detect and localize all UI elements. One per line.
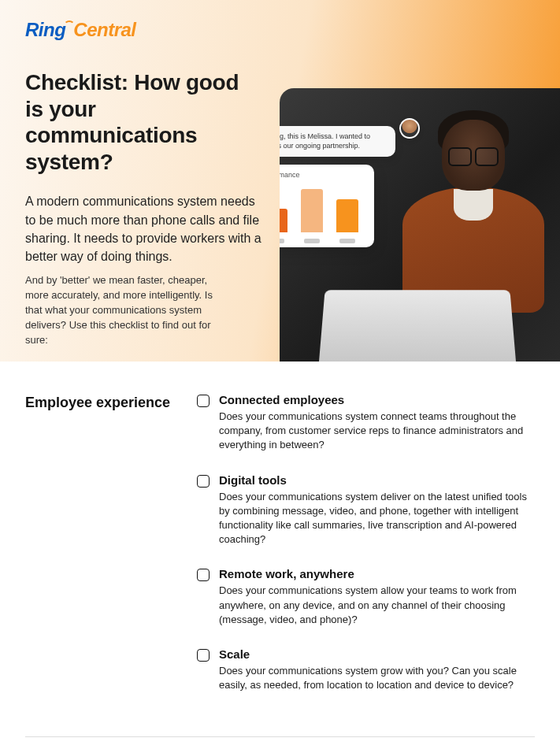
bar-2 (301, 189, 323, 232)
performance-card-title: Performance (280, 171, 365, 179)
checklist-section: Employee experience Connected employees … (25, 393, 535, 713)
page-footer: RINGCENTRAL® CHECKLIST | HOW GOOD IS YOU… (25, 736, 535, 749)
logo-part-central: Central (73, 19, 135, 40)
person-graphic (371, 96, 544, 301)
checklist-items: Connected employees Does your communicat… (197, 393, 535, 713)
item-title: Connected employees (219, 393, 535, 406)
list-item: Digital tools Does your communications s… (197, 473, 535, 547)
section-heading: Employee experience (25, 393, 181, 713)
hero-lead-paragraph: A modern communications system needs to … (25, 192, 261, 265)
avatar (399, 118, 420, 139)
hero-section: RingCentral Checklist: How good is your … (0, 0, 560, 362)
checkbox[interactable] (197, 475, 210, 488)
laptop-graphic (319, 290, 516, 362)
item-title: Digital tools (219, 473, 535, 487)
list-item: Scale Does your communications system gr… (197, 647, 535, 692)
brand-logo: RingCentral (25, 19, 560, 41)
checkbox[interactable] (197, 649, 210, 662)
item-title: Scale (219, 647, 535, 661)
hero-image: Hi Irving, this is Melissa. I wanted to … (280, 88, 560, 362)
item-description: Does your communications system grow wit… (219, 664, 535, 692)
wifi-icon (64, 20, 72, 28)
checkbox[interactable] (197, 395, 210, 407)
performance-bars (280, 185, 365, 232)
logo-part-ring: Ring (25, 19, 65, 40)
item-description: Does your communications system allow yo… (219, 584, 535, 627)
hero-text-block: Checklist: How good is your communicatio… (25, 69, 261, 347)
chat-bubble: Hi Irving, this is Melissa. I wanted to … (280, 126, 395, 157)
list-item: Connected employees Does your communicat… (197, 393, 535, 453)
bar-3 (336, 199, 358, 232)
bar-1 (280, 209, 287, 232)
item-title: Remote work, anywhere (219, 567, 535, 580)
item-description: Does your communications system connect … (219, 410, 535, 453)
checkbox[interactable] (197, 569, 210, 581)
item-description: Does your communications system deliver … (219, 490, 535, 547)
content-section: Employee experience Connected employees … (0, 362, 560, 729)
list-item: Remote work, anywhere Does your communic… (197, 567, 535, 627)
performance-card: Performance (280, 165, 374, 247)
hero-sub-paragraph: And by 'better' we mean faster, cheaper,… (25, 273, 230, 347)
page-title: Checklist: How good is your communicatio… (25, 69, 261, 175)
